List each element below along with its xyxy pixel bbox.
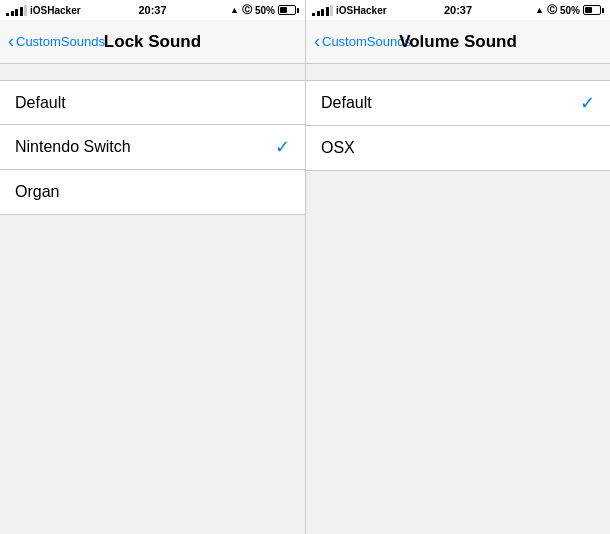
status-right: ▲ Ⓒ 50% xyxy=(535,3,604,17)
nav-back-label: CustomSounds xyxy=(322,34,411,49)
status-bar: iOSHacker 20:37 ▲ Ⓒ 50% xyxy=(0,0,305,20)
status-bar: iOSHacker 20:37 ▲ Ⓒ 50% xyxy=(306,0,610,20)
nav-title: Lock Sound xyxy=(104,32,201,52)
panel-lock-sound: iOSHacker 20:37 ▲ Ⓒ 50% ‹ CustomSounds L… xyxy=(0,0,305,534)
signal-bars xyxy=(6,5,27,16)
panel-volume-sound: iOSHacker 20:37 ▲ Ⓒ 50% ‹ CustomSounds V… xyxy=(305,0,610,534)
nav-title-group: Volume Sound xyxy=(399,32,517,52)
chevron-left-icon: ‹ xyxy=(8,32,14,50)
battery-icon xyxy=(583,5,604,15)
location-icon: ▲ xyxy=(535,5,544,15)
list-item-label: Default xyxy=(321,94,372,112)
list-item[interactable]: Default xyxy=(0,81,305,125)
battery-icon xyxy=(278,5,299,15)
bluetooth-icon: Ⓒ xyxy=(547,3,557,17)
nav-bar: ‹ CustomSounds Volume Sound xyxy=(306,20,610,64)
list-item[interactable]: OSX xyxy=(306,126,610,170)
nav-title: Volume Sound xyxy=(399,32,517,52)
carrier-name: iOSHacker xyxy=(336,5,387,16)
list-item-label: OSX xyxy=(321,139,355,157)
nav-back-label: CustomSounds xyxy=(16,34,105,49)
chevron-left-icon: ‹ xyxy=(314,32,320,50)
bluetooth-icon: Ⓒ xyxy=(242,3,252,17)
status-left: iOSHacker xyxy=(6,5,81,16)
list-item[interactable]: Organ xyxy=(0,170,305,214)
sound-list: Default ✓ OSX xyxy=(306,80,610,171)
empty-area xyxy=(0,215,305,534)
list-item-label: Nintendo Switch xyxy=(15,138,131,156)
list-item[interactable]: Nintendo Switch ✓ xyxy=(0,125,305,170)
checkmark-icon: ✓ xyxy=(580,92,595,114)
location-icon: ▲ xyxy=(230,5,239,15)
list-item-label: Default xyxy=(15,94,66,112)
status-time: 20:37 xyxy=(444,4,472,16)
status-left: iOSHacker xyxy=(312,5,387,16)
battery-percentage: 50% xyxy=(255,5,275,16)
carrier-name: iOSHacker xyxy=(30,5,81,16)
nav-bar: ‹ CustomSounds Lock Sound xyxy=(0,20,305,64)
checkmark-icon: ✓ xyxy=(275,136,290,158)
sound-list: Default Nintendo Switch ✓ Organ xyxy=(0,80,305,215)
nav-back-button[interactable]: ‹ CustomSounds xyxy=(8,33,105,50)
empty-area xyxy=(306,171,610,534)
nav-title-group: Lock Sound xyxy=(104,32,201,52)
nav-back-button[interactable]: ‹ CustomSounds xyxy=(314,33,411,50)
list-item-label: Organ xyxy=(15,183,59,201)
signal-bars xyxy=(312,5,333,16)
status-right: ▲ Ⓒ 50% xyxy=(230,3,299,17)
battery-percentage: 50% xyxy=(560,5,580,16)
status-time: 20:37 xyxy=(138,4,166,16)
list-item[interactable]: Default ✓ xyxy=(306,81,610,126)
